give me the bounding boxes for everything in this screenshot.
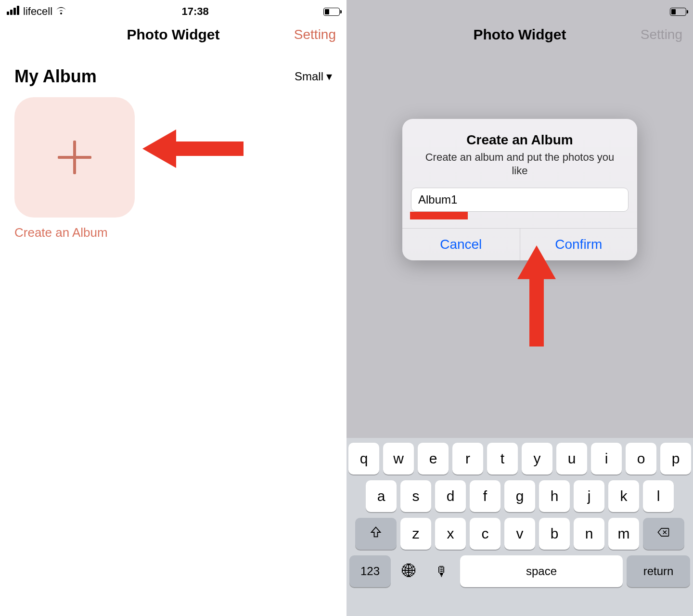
key-q[interactable]: q	[348, 443, 379, 475]
key-dictate[interactable]: 🎙	[427, 555, 456, 587]
key-a[interactable]: a	[366, 480, 397, 512]
key-globe[interactable]: 🌐︎	[395, 555, 424, 587]
cancel-button[interactable]: Cancel	[402, 229, 520, 260]
key-p[interactable]: p	[660, 443, 691, 475]
annotation-arrow-up	[515, 245, 558, 346]
globe-icon: 🌐︎	[402, 563, 416, 579]
key-w[interactable]: w	[383, 443, 414, 475]
key-b[interactable]: b	[539, 518, 570, 550]
key-n[interactable]: n	[574, 518, 604, 550]
create-album-label: Create an Album	[14, 225, 332, 240]
status-time: 17:38	[181, 5, 208, 18]
key-e[interactable]: e	[418, 443, 449, 475]
key-s[interactable]: s	[400, 480, 431, 512]
microphone-icon: 🎙	[435, 564, 449, 579]
keyboard-row-3: z x c v b n m	[349, 518, 690, 550]
carrier-label: lifecell	[23, 5, 52, 18]
annotation-underline	[410, 212, 468, 219]
battery-icon	[323, 8, 340, 16]
screenshot-left: lifecell 17:38 Photo Widget Setting My A…	[0, 0, 346, 616]
key-return[interactable]: return	[627, 555, 690, 587]
key-y[interactable]: y	[522, 443, 552, 475]
chevron-down-icon: ▾	[326, 70, 332, 83]
create-album-modal: Create an Album Create an album and put …	[402, 119, 637, 260]
key-numbers[interactable]: 123	[349, 555, 391, 587]
key-j[interactable]: j	[574, 480, 604, 512]
annotation-arrow-left	[142, 127, 244, 170]
key-t[interactable]: t	[487, 443, 518, 475]
key-c[interactable]: c	[470, 518, 500, 550]
svg-marker-0	[142, 129, 244, 168]
navbar: Photo Widget Setting	[346, 19, 693, 50]
key-shift[interactable]	[355, 518, 397, 550]
album-section-header: My Album Small ▾	[0, 50, 346, 87]
setting-button-disabled: Setting	[641, 27, 682, 42]
key-u[interactable]: u	[556, 443, 587, 475]
plus-icon	[58, 141, 91, 174]
key-r[interactable]: r	[452, 443, 483, 475]
key-k[interactable]: k	[608, 480, 639, 512]
backspace-icon	[657, 526, 670, 542]
size-selector[interactable]: Small ▾	[295, 70, 332, 83]
svg-marker-1	[517, 245, 556, 346]
signal-icon	[7, 5, 20, 18]
navbar: Photo Widget Setting	[0, 19, 346, 50]
key-m[interactable]: m	[608, 518, 639, 550]
wifi-icon	[55, 6, 67, 17]
keyboard-row-2: a s d f g h j k l	[349, 480, 690, 512]
screenshot-right: lifecell 17:38 Photo Widget Setting My A…	[346, 0, 693, 616]
key-space[interactable]: space	[460, 555, 623, 587]
status-bar: lifecell 17:38	[0, 0, 346, 19]
key-backspace[interactable]	[643, 518, 684, 550]
key-i[interactable]: i	[591, 443, 622, 475]
key-o[interactable]: o	[626, 443, 656, 475]
key-d[interactable]: d	[435, 480, 466, 512]
keyboard-row-1: q w e r t y u i o p	[349, 443, 690, 475]
create-album-card[interactable]	[14, 97, 135, 218]
keyboard-row-4: 123 🌐︎ 🎙 space return	[349, 555, 690, 587]
modal-subtitle: Create an album and put the photos you l…	[402, 151, 637, 188]
key-z[interactable]: z	[400, 518, 431, 550]
page-title: Photo Widget	[127, 26, 219, 43]
album-heading: My Album	[14, 66, 97, 87]
key-v[interactable]: v	[504, 518, 535, 550]
battery-icon	[670, 8, 686, 16]
key-h[interactable]: h	[539, 480, 570, 512]
shift-icon	[369, 526, 383, 542]
key-l[interactable]: l	[643, 480, 674, 512]
modal-title: Create an Album	[402, 119, 637, 151]
key-f[interactable]: f	[470, 480, 500, 512]
size-label: Small	[295, 70, 323, 83]
setting-button[interactable]: Setting	[294, 27, 336, 42]
ios-keyboard: q w e r t y u i o p a s d f g h j k l	[346, 438, 693, 616]
key-x[interactable]: x	[435, 518, 466, 550]
album-name-input[interactable]	[411, 188, 629, 212]
key-g[interactable]: g	[504, 480, 535, 512]
page-title: Photo Widget	[473, 26, 566, 43]
